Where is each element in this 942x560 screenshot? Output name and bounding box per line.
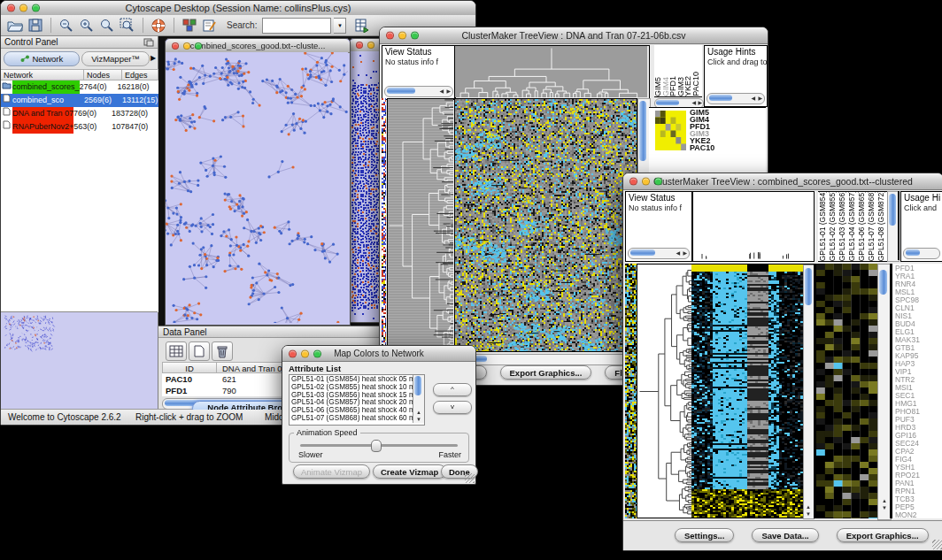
close-button[interactable] <box>289 349 297 357</box>
help-lifesaver-icon[interactable] <box>150 17 167 34</box>
main-titlebar[interactable]: Cytoscape Desktop (Session Name: collins… <box>1 1 475 16</box>
array-column-label[interactable]: GPL51-01 (GSM854) <box>818 191 828 261</box>
attribute-listbox[interactable]: GPL51-01 (GSM854) heat shock 05 minGPL51… <box>289 374 425 426</box>
network-row[interactable]: DNA and Tran 07 769(0) 183728(0) <box>1 107 158 120</box>
minimize-button[interactable] <box>398 32 406 40</box>
close-button[interactable] <box>386 32 394 40</box>
delete-attribute-trash-icon[interactable] <box>212 341 233 361</box>
array-column-label[interactable]: GPL51-07 (GSM868) <box>867 191 876 261</box>
tv1-mini-heatmap-canvas[interactable] <box>655 111 686 150</box>
minimize-button[interactable] <box>642 178 650 186</box>
zoom-out-icon[interactable] <box>58 17 75 34</box>
minimize-button[interactable] <box>301 349 309 357</box>
tv1-heatmap-canvas[interactable] <box>455 99 637 351</box>
open-file-icon[interactable] <box>6 17 24 34</box>
network-navigator[interactable] <box>1 311 158 410</box>
zoom-in-icon[interactable] <box>78 17 96 34</box>
tv1-row-dendrogram[interactable] <box>387 98 456 354</box>
dialog-titlebar[interactable]: Map Colors to Network <box>282 346 475 362</box>
attribute-item[interactable]: GPL51-02 (GSM855) heat shock 10 min <box>291 384 424 392</box>
view-status-hscroll[interactable]: ◀ ▶ <box>628 248 690 259</box>
zoom-button[interactable] <box>313 349 321 357</box>
zoom-fit-icon[interactable] <box>98 17 116 34</box>
minimize-button[interactable] <box>183 42 190 50</box>
vizmapper-icon[interactable] <box>181 17 198 34</box>
attribute-table-icon[interactable] <box>166 341 187 361</box>
zoom-selected-icon[interactable] <box>119 17 136 34</box>
resize-grip[interactable] <box>465 473 475 483</box>
gene-row-label[interactable]: PAC10 <box>690 144 714 151</box>
treeview2-titlebar[interactable]: ClusterMaker TreeView : combined_scores_… <box>623 173 942 190</box>
scroll-up-icon[interactable]: ▲ <box>416 409 421 416</box>
tv2-column-dendrogram[interactable] <box>692 191 815 262</box>
close-button[interactable] <box>172 42 179 50</box>
scroll-left-icon[interactable]: ◀ <box>676 249 680 257</box>
treeview1-titlebar[interactable]: ClusterMaker TreeView : DNA and Tran 07-… <box>380 27 768 44</box>
array-column-label[interactable]: GPL51-04 (GSM857) <box>847 191 857 261</box>
scroll-up-icon[interactable]: ▲ <box>806 503 811 510</box>
animate-vizmap-button[interactable]: Animate Vizmap <box>293 464 370 479</box>
col-network[interactable]: Network <box>1 69 84 81</box>
search-input[interactable] <box>262 18 331 34</box>
attribute-list-vscroll[interactable]: ▲ ▼ <box>413 375 424 423</box>
array-column-label[interactable]: GPL51-06 (GSM865) <box>857 191 867 261</box>
usage-hints-hscroll[interactable] <box>903 248 940 259</box>
array-column-label[interactable]: GPL51-03 (GSM856) <box>838 191 847 261</box>
scroll-right-icon[interactable]: ▶ <box>446 88 451 95</box>
gene-column-label[interactable]: PAC10 <box>692 72 700 96</box>
scroll-thumb[interactable] <box>387 88 415 94</box>
scroll-right-icon[interactable]: ▶ <box>683 249 687 257</box>
zoom-button[interactable] <box>654 178 662 186</box>
treeview-button[interactable]: Export Graphics... <box>500 365 592 380</box>
gene-list-item[interactable]: MON2 <box>895 511 942 518</box>
col-edges[interactable]: Edges <box>122 69 158 81</box>
attribute-item[interactable]: GPL51-01 (GSM854) heat shock 05 min <box>291 376 424 384</box>
scroll-thumb[interactable] <box>879 270 887 295</box>
move-down-button[interactable]: v <box>433 401 472 414</box>
move-up-button[interactable]: ^ <box>433 383 472 396</box>
scroll-thumb[interactable] <box>709 95 732 101</box>
treeview-button[interactable]: Settings... <box>675 528 734 542</box>
create-vizmap-button[interactable]: Create Vizmap <box>373 464 446 479</box>
tv2-top-area-canvas[interactable] <box>693 192 812 259</box>
scroll-thumb[interactable] <box>656 100 679 105</box>
annotation-icon[interactable] <box>201 17 219 34</box>
scroll-right-icon[interactable]: ▶ <box>698 99 702 106</box>
navigator-canvas[interactable] <box>1 312 158 409</box>
scroll-thumb[interactable] <box>630 249 655 256</box>
tab-vizmapper[interactable]: VizMapper™ <box>81 51 150 66</box>
scroll-down-icon[interactable]: ▼ <box>882 504 887 511</box>
network-canvas[interactable] <box>166 52 348 323</box>
scroll-down-icon[interactable]: ▼ <box>806 510 811 518</box>
scroll-right-icon[interactable]: ▶ <box>758 95 762 102</box>
tv2-row-dendrogram-canvas[interactable] <box>638 265 691 518</box>
tv2-zoom-heatmap-canvas[interactable] <box>816 264 877 518</box>
float-panel-icon[interactable] <box>143 38 154 50</box>
network-row[interactable]: combined_scores_ 2764(0) 16218(0) <box>1 81 158 94</box>
zoom-button[interactable] <box>32 4 40 12</box>
view-status-hscroll[interactable]: ◀ ▶ <box>384 86 453 97</box>
array-column-label[interactable]: GPL51-02 (GSM855) <box>828 191 838 261</box>
scroll-thumb[interactable] <box>414 376 421 395</box>
resize-grip[interactable] <box>932 540 942 549</box>
zoom-button[interactable] <box>411 32 419 40</box>
array-column-label[interactable]: GPL51-08 (GSM872) <box>876 191 886 261</box>
network-row[interactable]: RNAPuberNov2+ 563(0) 107847(0) <box>1 120 158 134</box>
usage-hints-hscroll[interactable]: ◀ ▶ <box>706 93 765 104</box>
treeview-button[interactable]: Export Graphics... <box>837 528 929 542</box>
tv2-heatmap-canvas[interactable] <box>691 265 803 518</box>
attribute-item[interactable]: GPL51-04 (GSM857) heat shock 20 min <box>291 399 424 407</box>
close-button[interactable] <box>629 178 637 186</box>
tv1-heatmap[interactable] <box>454 98 637 352</box>
tv1-left-dendrogram-canvas[interactable] <box>388 99 453 351</box>
minimize-button[interactable] <box>19 4 27 12</box>
attribute-item[interactable]: GPL51-03 (GSM856) heat shock 15 min <box>291 392 424 400</box>
treeview-button[interactable]: Save Data... <box>752 528 818 542</box>
tab-overflow-icon[interactable]: ▶ <box>151 54 156 62</box>
network-view-titlebar[interactable]: combined_scores_good.txt--cluste... <box>166 39 350 53</box>
attribute-item[interactable]: GPL51-06 (GSM865) heat shock 40 min <box>291 407 424 415</box>
scroll-left-icon[interactable]: ◀ <box>751 95 755 102</box>
scroll-down-icon[interactable]: ▼ <box>416 416 421 423</box>
scroll-left-icon[interactable]: ◀ <box>691 99 696 106</box>
col-nodes[interactable]: Nodes <box>84 69 122 81</box>
